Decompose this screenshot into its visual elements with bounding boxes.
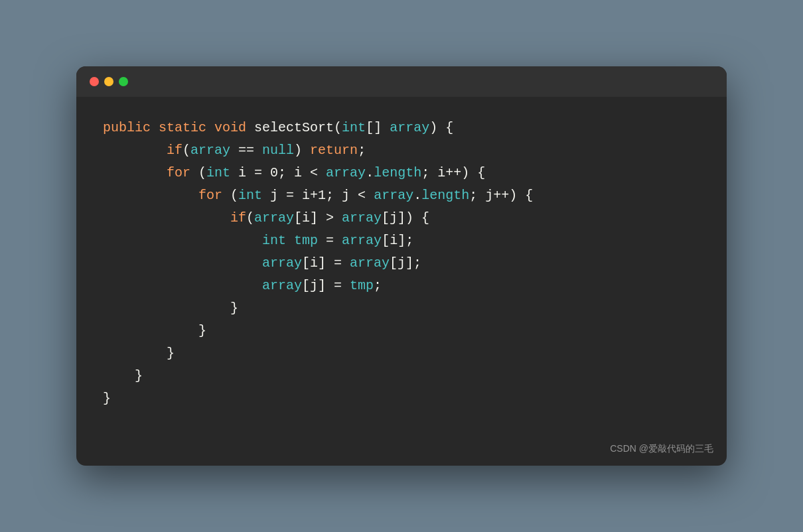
code-line-8: array[j] = tmp;	[103, 275, 700, 297]
code-line-1: public static void selectSort(int[] arra…	[103, 117, 700, 139]
watermark: CSDN @爱敲代码的三毛	[76, 436, 727, 466]
code-line-2: if(array == null) return;	[103, 139, 700, 162]
titlebar	[76, 66, 727, 97]
code-line-4: for (int j = i+1; j < array.length; j++)…	[103, 184, 700, 207]
code-line-6: int tmp = array[i];	[103, 230, 700, 252]
maximize-button[interactable]	[119, 77, 128, 86]
code-line-10: }	[103, 320, 700, 342]
close-button[interactable]	[90, 77, 99, 86]
code-window: public static void selectSort(int[] arra…	[76, 66, 727, 466]
code-line-11: }	[103, 342, 700, 365]
minimize-button[interactable]	[104, 77, 113, 86]
code-block: public static void selectSort(int[] arra…	[76, 97, 727, 436]
code-line-7: array[i] = array[j];	[103, 252, 700, 275]
code-line-3: for (int i = 0; i < array.length; i++) {	[103, 162, 700, 184]
code-line-9: }	[103, 297, 700, 320]
code-line-13: }	[103, 387, 700, 410]
code-line-5: if(array[i] > array[j]) {	[103, 207, 700, 230]
code-line-12: }	[103, 365, 700, 387]
